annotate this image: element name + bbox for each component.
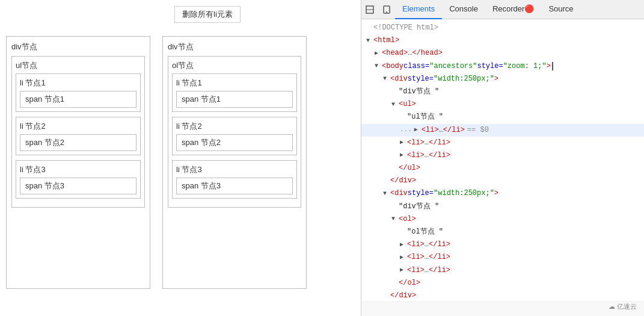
dots-indicator: ... bbox=[400, 125, 412, 135]
tree-line-ol-li3[interactable]: <li>…</li> bbox=[361, 264, 644, 277]
cursor-icon[interactable] bbox=[361, 0, 378, 19]
arrow-icon[interactable] bbox=[400, 138, 407, 147]
ul-container: ul节点 li 节点1 span 节点1 li 节点2 span 节点2 li … bbox=[11, 56, 145, 208]
devtools-panel: Elements Console Recorder 🔴 Source <!DOC… bbox=[361, 0, 644, 316]
arrow-icon[interactable] bbox=[391, 214, 399, 224]
arrow-icon[interactable] bbox=[414, 125, 422, 135]
tree-line-ol-li1[interactable]: <li>…</li> bbox=[361, 238, 644, 251]
arrow-icon[interactable] bbox=[366, 36, 373, 46]
arrow-icon[interactable] bbox=[383, 189, 390, 199]
tree-line-ol-text: "ol节点 " bbox=[361, 226, 644, 238]
ol-li-title-1: li 节点1 bbox=[176, 78, 293, 88]
arrow-icon[interactable] bbox=[383, 74, 390, 84]
li-title-3: li 节点3 bbox=[20, 164, 136, 175]
tree-line-ol-close: </ol> bbox=[361, 277, 644, 290]
tree-line-doctype: <!DOCTYPE html> bbox=[361, 22, 644, 34]
devtools-tree: <!DOCTYPE html> <html> <head>…</head> <b… bbox=[361, 19, 644, 302]
preview-area: 删除所有li元素 div节点 ul节点 li 节点1 span 节点1 li 节… bbox=[0, 0, 361, 316]
ol-li-title-2: li 节点2 bbox=[176, 121, 293, 132]
tree-line-div2-text: "div节点 " bbox=[361, 200, 644, 213]
delete-button-container: 删除所有li元素 bbox=[174, 6, 241, 23]
svg-point-3 bbox=[386, 11, 387, 13]
list-item: li 节点2 span 节点2 bbox=[16, 117, 141, 155]
ol-li-title-3: li 节点3 bbox=[176, 164, 293, 175]
list-item: li 节点2 span 节点2 bbox=[172, 117, 297, 155]
cursor-indicator bbox=[552, 62, 553, 70]
list-item: li 节点3 span 节点3 bbox=[172, 160, 297, 199]
div-box-2: div节点 ol节点 li 节点1 span 节点1 li 节点2 span 节… bbox=[162, 36, 307, 289]
ol-span-box-2: span 节点2 bbox=[176, 134, 293, 151]
span-box-3: span 节点3 bbox=[20, 178, 136, 194]
ol-container: ol节点 li 节点1 span 节点1 li 节点2 span 节点2 li … bbox=[168, 56, 301, 208]
tab-source[interactable]: Source bbox=[541, 0, 580, 19]
tree-line-div1-open[interactable]: <div style="width:250px;"> bbox=[361, 73, 644, 85]
watermark: ☁ 亿速云 bbox=[609, 302, 637, 311]
tree-line-ol-li2[interactable]: <li>…</li> bbox=[361, 251, 644, 264]
tree-line-li2[interactable]: <li>…</li> bbox=[361, 137, 644, 149]
list-item: li 节点3 span 节点3 bbox=[16, 160, 141, 199]
tree-line-div1-text: "div节点 " bbox=[361, 85, 644, 98]
tree-line-div2-open[interactable]: <div style="width:250px;"> bbox=[361, 187, 644, 200]
div-box-2-title: div节点 bbox=[168, 42, 301, 52]
devtools-tabs: Elements Console Recorder 🔴 Source bbox=[361, 0, 644, 19]
list-item: li 节点1 span 节点1 bbox=[172, 73, 297, 112]
tree-line-li1-selected[interactable]: ... <li>…</li> == $0 bbox=[361, 124, 644, 137]
arrow-icon[interactable] bbox=[391, 100, 399, 110]
span-box-2: span 节点2 bbox=[20, 134, 136, 151]
arrow-icon[interactable] bbox=[400, 240, 407, 250]
li-title-2: li 节点2 bbox=[20, 121, 136, 132]
arrow-icon[interactable] bbox=[375, 49, 382, 58]
tree-line-head[interactable]: <head>…</head> bbox=[361, 47, 644, 60]
tree-line-ul-text: "ul节点 " bbox=[361, 111, 644, 123]
arrow-icon[interactable] bbox=[400, 150, 407, 160]
tree-line-html-open[interactable]: <html> bbox=[361, 34, 644, 47]
arrow-icon[interactable] bbox=[400, 253, 407, 262]
li-title-1: li 节点1 bbox=[20, 78, 136, 88]
div-box-1-title: div节点 bbox=[11, 42, 145, 52]
tree-line-div2-close: </div> bbox=[361, 290, 644, 302]
dollar-indicator: == $0 bbox=[467, 125, 489, 136]
div-box-1: div节点 ul节点 li 节点1 span 节点1 li 节点2 span 节… bbox=[6, 36, 150, 289]
tab-recorder[interactable]: Recorder 🔴 bbox=[485, 0, 541, 19]
ol-span-box-1: span 节点1 bbox=[176, 91, 293, 108]
tree-line-li3[interactable]: <li>…</li> bbox=[361, 149, 644, 162]
span-box-1: span 节点1 bbox=[20, 91, 136, 108]
tree-line-div1-close: </div> bbox=[361, 175, 644, 187]
ol-span-box-3: span 节点3 bbox=[176, 178, 293, 194]
tab-console[interactable]: Console bbox=[442, 0, 485, 19]
tree-line-ol-open[interactable]: <ol> bbox=[361, 213, 644, 226]
phone-icon[interactable] bbox=[378, 0, 395, 19]
tree-line-ul-close: </ul> bbox=[361, 162, 644, 175]
delete-all-li-button[interactable]: 删除所有li元素 bbox=[174, 6, 241, 23]
tab-elements[interactable]: Elements bbox=[395, 0, 442, 19]
tree-line-body[interactable]: <body class="ancestors" style="zoom: 1;"… bbox=[361, 60, 644, 73]
arrow-icon[interactable] bbox=[375, 61, 382, 71]
ol-title: ol节点 bbox=[172, 60, 297, 71]
arrow-icon[interactable] bbox=[400, 265, 407, 275]
list-item: li 节点1 span 节点1 bbox=[16, 73, 141, 112]
ul-title: ul节点 bbox=[16, 60, 141, 71]
tree-line-ul-open[interactable]: <ul> bbox=[361, 98, 644, 111]
